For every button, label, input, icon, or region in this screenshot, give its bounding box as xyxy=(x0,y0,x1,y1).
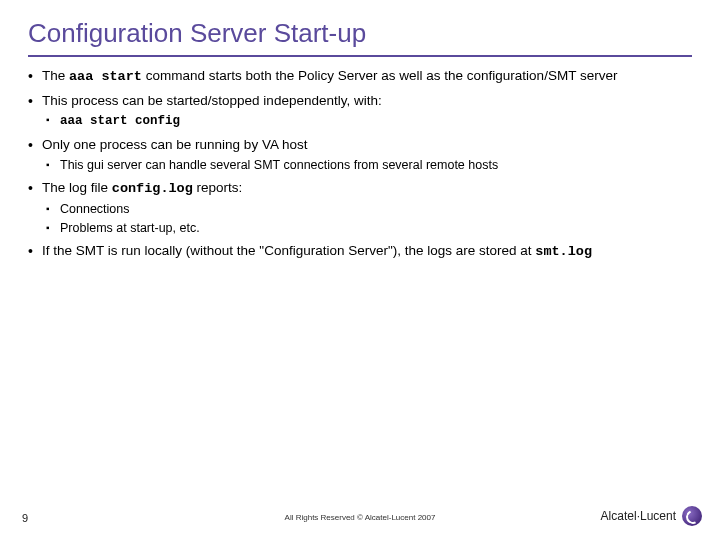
text: reports: xyxy=(193,180,243,195)
code-aaa-start-config: aaa start config xyxy=(60,114,180,128)
code-smt-log: smt.log xyxy=(535,244,592,259)
text: The xyxy=(42,68,69,83)
subbullet-gui-server: This gui server can handle several SMT c… xyxy=(46,157,692,174)
subbullet-connections: Connections xyxy=(46,201,692,218)
brand-mark-icon xyxy=(682,506,702,526)
brand-text: Alcatel·Lucent xyxy=(601,509,676,523)
text: If the SMT is run locally (without the "… xyxy=(42,243,535,258)
subbullet-aaa-start-config: aaa start config xyxy=(46,112,692,130)
code-config-log: config.log xyxy=(112,181,193,196)
bullet-one-process: Only one process can be running by VA ho… xyxy=(28,136,692,154)
slide: Configuration Server Start-up The aaa st… xyxy=(0,0,720,540)
bullet-smt-local: If the SMT is run locally (without the "… xyxy=(28,242,692,261)
subbullet-problems: Problems at start-up, etc. xyxy=(46,220,692,237)
bullet-aaa-start: The aaa start command starts both the Po… xyxy=(28,67,692,86)
text: The log file xyxy=(42,180,112,195)
bullet-log-file: The log file config.log reports: xyxy=(28,179,692,198)
title-rule xyxy=(28,55,692,57)
brand-logo: Alcatel·Lucent xyxy=(601,506,702,526)
code-aaa-start: aaa start xyxy=(69,69,142,84)
slide-content: The aaa start command starts both the Po… xyxy=(28,67,692,262)
slide-title: Configuration Server Start-up xyxy=(28,18,692,49)
text: command starts both the Policy Server as… xyxy=(142,68,617,83)
bullet-process-independent: This process can be started/stopped inde… xyxy=(28,92,692,110)
footer: 9 All Rights Reserved © Alcatel-Lucent 2… xyxy=(0,502,720,530)
